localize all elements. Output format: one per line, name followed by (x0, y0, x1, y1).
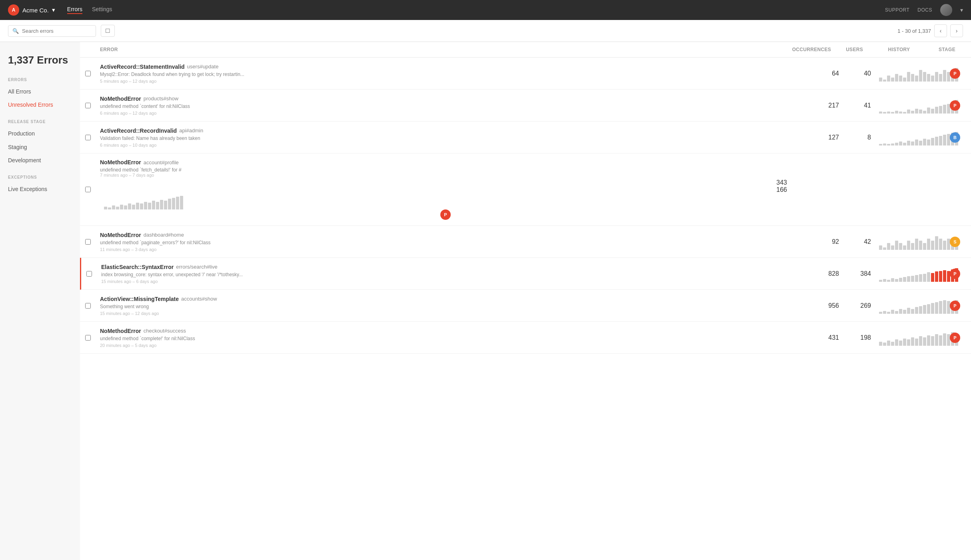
search-input[interactable] (22, 28, 92, 34)
row-checkbox[interactable] (80, 71, 96, 76)
error-users: 166 (100, 186, 791, 193)
spark-bar (899, 76, 902, 82)
avatar-chevron[interactable]: ▾ (960, 7, 963, 13)
nav-link-errors[interactable]: Errors (67, 6, 82, 14)
checkbox-input[interactable] (85, 187, 91, 192)
row-checkbox[interactable] (80, 135, 96, 140)
error-users: 42 (843, 238, 875, 245)
spark-bar (923, 274, 926, 282)
error-action: errors/search#live (176, 264, 217, 270)
spark-bar (911, 141, 914, 145)
spark-bar (927, 272, 930, 282)
spark-bar (907, 110, 910, 114)
spark-bar (116, 207, 119, 209)
table-row[interactable]: NoMethodError dashboard#home undefined m… (80, 226, 971, 258)
sidebar-errors-label: ERRORS (8, 78, 72, 82)
nav-docs-link[interactable]: DOCS (917, 7, 932, 13)
pagination-prev[interactable]: ‹ (934, 24, 947, 37)
table-row[interactable]: ActionView::MissingTemplate accounts#sho… (80, 290, 971, 322)
spark-bar (935, 137, 938, 145)
spark-bar (128, 203, 131, 209)
error-history (875, 66, 939, 82)
top-navigation: A Acme Co. ▾ Errors Settings SUPPORT DOC… (0, 0, 971, 20)
error-times: 15 minutes ago – 6 days ago (101, 279, 791, 284)
spark-bar (935, 271, 938, 282)
error-history (875, 130, 939, 145)
error-stage: S (939, 237, 971, 247)
spark-bar (879, 280, 882, 282)
spark-bar (144, 202, 147, 209)
spark-bar (919, 110, 922, 114)
sidebar-item-staging[interactable]: Staging (8, 141, 72, 154)
spark-bar (887, 76, 890, 82)
filter-button[interactable]: ☐ (101, 25, 115, 37)
row-checkbox[interactable] (80, 303, 96, 309)
spark-bar (903, 78, 906, 82)
error-title: ElasticSearch::SyntaxError errors/search… (101, 264, 791, 270)
brand-chevron: ▾ (52, 6, 55, 14)
table-header: Error Occurrences Users History Stage (80, 42, 971, 58)
sidebar-item-development[interactable]: Development (8, 154, 72, 167)
sidebar-item-live-exceptions[interactable]: Live Exceptions (8, 183, 72, 196)
user-avatar[interactable] (940, 4, 952, 16)
spark-bar (891, 78, 894, 82)
sidebar-item-all-errors[interactable]: All Errors (8, 85, 72, 98)
spark-bar (931, 138, 934, 145)
checkbox-input[interactable] (85, 303, 91, 309)
table-row[interactable]: NoMethodError account#profile undefined … (80, 153, 971, 226)
spark-bar (927, 239, 930, 250)
spark-bar (112, 205, 115, 209)
error-info: NoMethodError products#show undefined me… (96, 90, 795, 121)
spark-bar (180, 196, 183, 209)
error-message: undefined method `fetch_details!' for # … (100, 167, 300, 177)
table-row[interactable]: ActiveRecord::StatementInvalid users#upd… (80, 58, 971, 90)
spark-bar (887, 312, 890, 314)
nav-link-settings[interactable]: Settings (92, 6, 112, 14)
spark-bar (911, 337, 914, 346)
row-checkbox[interactable] (80, 335, 96, 341)
error-title: ActiveRecord::RecordInvalid api#admin (100, 128, 791, 134)
error-occurrences: 343 (100, 179, 791, 186)
checkbox-input[interactable] (86, 271, 92, 277)
spark-bar (907, 141, 910, 145)
spark-bar (903, 277, 906, 282)
brand[interactable]: A Acme Co. ▾ (8, 4, 55, 16)
spark-bar (931, 109, 934, 114)
spark-bar (907, 72, 910, 82)
spark-bar (911, 111, 914, 114)
row-checkbox[interactable] (80, 187, 96, 192)
checkbox-input[interactable] (85, 135, 91, 140)
spark-bar (923, 305, 926, 314)
row-checkbox[interactable] (80, 239, 96, 245)
checkbox-input[interactable] (85, 71, 91, 76)
table-row[interactable]: NoMethodError products#show undefined me… (80, 90, 971, 122)
table-row[interactable]: NoMethodError checkout#success undefined… (80, 322, 971, 354)
table-row[interactable]: ActiveRecord::RecordInvalid api#admin Va… (80, 122, 971, 153)
row-checkbox[interactable] (80, 103, 96, 108)
error-occurrences: 127 (795, 134, 843, 141)
sidebar-item-production[interactable]: Production (8, 127, 72, 140)
checkbox-input[interactable] (85, 239, 91, 245)
spark-bar (879, 245, 882, 250)
spark-bar (915, 109, 918, 114)
checkbox-input[interactable] (85, 335, 91, 341)
header-users: Users (835, 47, 867, 52)
pagination-next[interactable]: › (950, 24, 963, 37)
nav-support-link[interactable]: SUPPORT (885, 7, 909, 13)
spark-bar (891, 310, 894, 314)
table-row[interactable]: ElasticSearch::SyntaxError errors/search… (80, 258, 971, 290)
checkbox-input[interactable] (85, 103, 91, 108)
sidebar-item-unresolved-errors[interactable]: Unresolved Errors (8, 98, 72, 112)
page-title: 1,337 Errors (8, 54, 72, 66)
error-title: ActiveRecord::StatementInvalid users#upd… (100, 64, 791, 70)
spark-bar (919, 306, 922, 314)
error-times: 20 minutes ago – 5 days ago (100, 343, 791, 348)
spark-bar (140, 203, 143, 209)
row-checkbox[interactable] (81, 271, 97, 277)
error-message: undefined method `content' for nil:NilCl… (100, 104, 300, 109)
spark-bar (915, 339, 918, 346)
sparkline (104, 195, 183, 209)
spark-bar (899, 112, 902, 114)
spark-bar (883, 112, 886, 114)
search-box[interactable]: 🔍 (8, 25, 96, 37)
